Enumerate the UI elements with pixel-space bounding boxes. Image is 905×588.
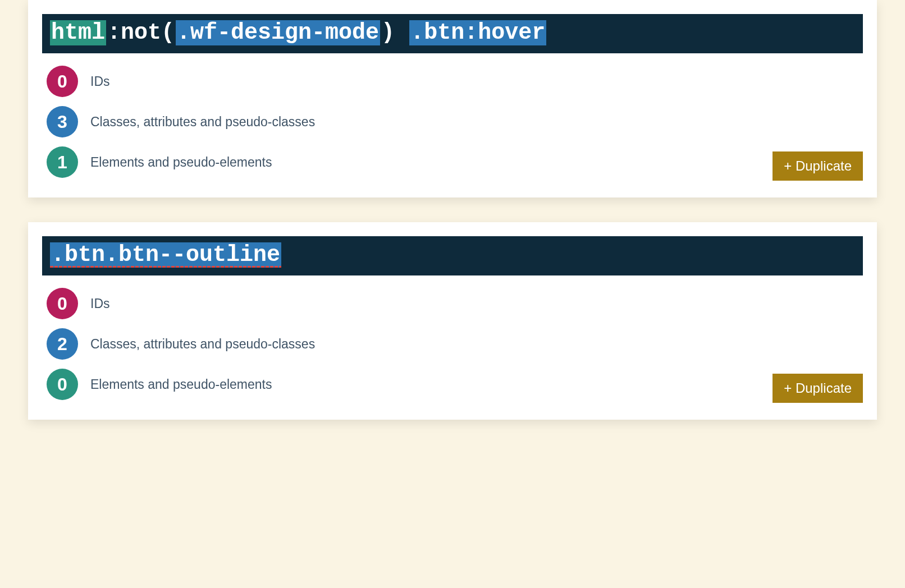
count-row-classes: 3Classes, attributes and pseudo-classes <box>42 106 863 137</box>
count-badge-classes: 2 <box>47 328 78 360</box>
selector-token-class: .wf-design-mode <box>176 20 380 45</box>
count-label-elements: Elements and pseudo-elements <box>90 155 272 170</box>
selector-token-elem: html <box>50 20 106 45</box>
specificity-counts: 0IDs3Classes, attributes and pseudo-clas… <box>42 53 863 178</box>
count-row-ids: 0IDs <box>42 66 863 97</box>
count-row-elements: 0Elements and pseudo-elements <box>42 369 863 400</box>
selector-token-plain: :not( <box>106 20 176 45</box>
count-label-classes: Classes, attributes and pseudo-classes <box>90 114 315 130</box>
specificity-card: .btn.btn--outline0IDs2Classes, attribute… <box>28 222 877 420</box>
count-label-elements: Elements and pseudo-elements <box>90 377 272 392</box>
count-row-classes: 2Classes, attributes and pseudo-classes <box>42 328 863 360</box>
specificity-card: html:not(.wf-design-mode) .btn:hover0IDs… <box>28 0 877 197</box>
selector-token-plain: ) <box>380 20 409 45</box>
count-badge-elements: 1 <box>47 146 78 178</box>
count-label-ids: IDs <box>90 296 110 311</box>
selector-token-class: .btn.btn--outline <box>50 242 281 268</box>
selector-token-class: .btn:hover <box>409 20 546 45</box>
selector-input[interactable]: .btn.btn--outline <box>42 236 863 275</box>
count-badge-ids: 0 <box>47 66 78 97</box>
count-badge-classes: 3 <box>47 106 78 137</box>
count-row-elements: 1Elements and pseudo-elements <box>42 146 863 178</box>
count-badge-elements: 0 <box>47 369 78 400</box>
count-label-ids: IDs <box>90 74 110 89</box>
specificity-counts: 0IDs2Classes, attributes and pseudo-clas… <box>42 275 863 400</box>
selector-input[interactable]: html:not(.wf-design-mode) .btn:hover <box>42 14 863 53</box>
count-badge-ids: 0 <box>47 288 78 319</box>
count-label-classes: Classes, attributes and pseudo-classes <box>90 337 315 352</box>
count-row-ids: 0IDs <box>42 288 863 319</box>
duplicate-button[interactable]: + Duplicate <box>773 151 863 181</box>
duplicate-button[interactable]: + Duplicate <box>773 374 863 403</box>
